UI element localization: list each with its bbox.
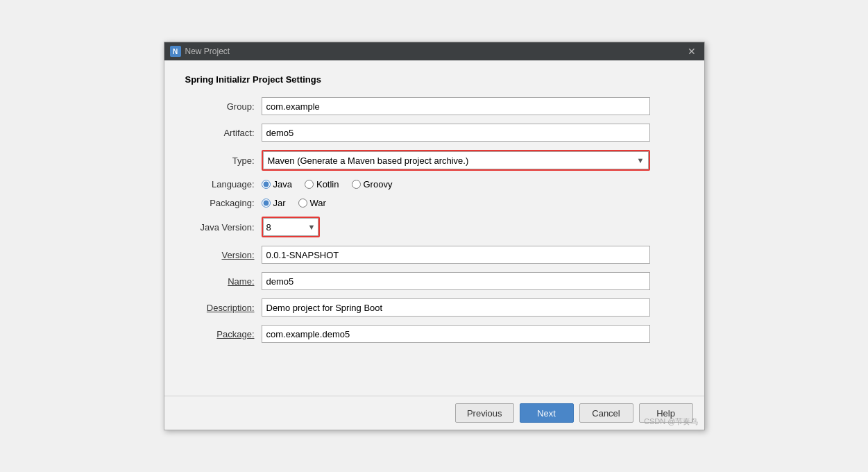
titlebar: N New Project ✕ (164, 42, 704, 60)
description-row: Description: (185, 298, 683, 317)
java-version-wrapper: 8 11 17 21 ▼ (262, 217, 320, 237)
language-kotlin-option[interactable]: Kotlin (305, 179, 339, 189)
next-button[interactable]: Next (520, 403, 574, 423)
type-dropdown[interactable]: Maven (Generate a Maven based project ar… (263, 151, 649, 169)
packaging-jar-label: Jar (273, 198, 286, 208)
packaging-label: Packaging: (185, 198, 262, 208)
language-label: Language: (185, 179, 262, 189)
dialog-content: Spring Initializr Project Settings Group… (164, 60, 704, 396)
artifact-input[interactable] (262, 124, 650, 142)
group-label: Group: (185, 101, 262, 112)
watermark: CSDN @节奏鸟 (644, 416, 698, 427)
type-label: Type: (185, 155, 262, 166)
packaging-row: Packaging: Jar War (185, 198, 683, 208)
name-input[interactable] (262, 272, 650, 290)
packaging-radio-group: Jar War (262, 198, 326, 208)
cancel-button[interactable]: Cancel (579, 403, 633, 423)
type-row: Type: Maven (Generate a Maven based proj… (185, 150, 683, 171)
language-java-label: Java (273, 179, 292, 189)
package-label: Package: (185, 329, 262, 339)
language-kotlin-radio[interactable] (305, 180, 314, 189)
java-version-dropdown[interactable]: 8 11 17 21 (263, 218, 318, 236)
group-input[interactable] (262, 97, 650, 115)
language-groovy-radio[interactable] (352, 180, 361, 189)
language-groovy-label: Groovy (364, 179, 393, 189)
new-project-dialog: N New Project ✕ Spring Initializr Projec… (164, 42, 705, 430)
package-row: Package: (185, 325, 683, 343)
java-version-container: 8 11 17 21 ▼ (263, 218, 318, 236)
language-groovy-option[interactable]: Groovy (352, 179, 393, 189)
language-kotlin-label: Kotlin (316, 179, 339, 189)
java-version-row: Java Version: 8 11 17 21 ▼ (185, 217, 683, 237)
language-row: Language: Java Kotlin Groovy (185, 179, 683, 189)
packaging-war-radio[interactable] (298, 199, 307, 208)
name-label: Name: (185, 276, 262, 287)
language-java-radio[interactable] (262, 180, 271, 189)
packaging-war-label: War (310, 198, 326, 208)
artifact-label: Artifact: (185, 128, 262, 138)
version-row: Version: (185, 246, 683, 264)
java-version-label: Java Version: (185, 222, 262, 233)
group-row: Group: (185, 97, 683, 115)
package-input[interactable] (262, 325, 650, 343)
language-radio-group: Java Kotlin Groovy (262, 179, 393, 189)
packaging-jar-radio[interactable] (262, 199, 271, 208)
name-row: Name: (185, 272, 683, 290)
window-title: New Project (185, 47, 685, 56)
description-label: Description: (185, 303, 262, 313)
language-java-option[interactable]: Java (262, 179, 292, 189)
section-title: Spring Initializr Project Settings (185, 74, 683, 85)
packaging-war-option[interactable]: War (298, 198, 326, 208)
app-icon: N (170, 46, 181, 57)
version-label: Version: (185, 250, 262, 260)
packaging-jar-option[interactable]: Jar (262, 198, 286, 208)
close-button[interactable]: ✕ (685, 46, 699, 57)
dialog-footer: Previous Next Cancel Help (164, 396, 704, 430)
description-input[interactable] (262, 298, 650, 317)
artifact-row: Artifact: (185, 124, 683, 142)
version-input[interactable] (262, 246, 650, 264)
previous-button[interactable]: Previous (455, 403, 514, 423)
type-dropdown-wrapper: Maven (Generate a Maven based project ar… (262, 150, 650, 171)
